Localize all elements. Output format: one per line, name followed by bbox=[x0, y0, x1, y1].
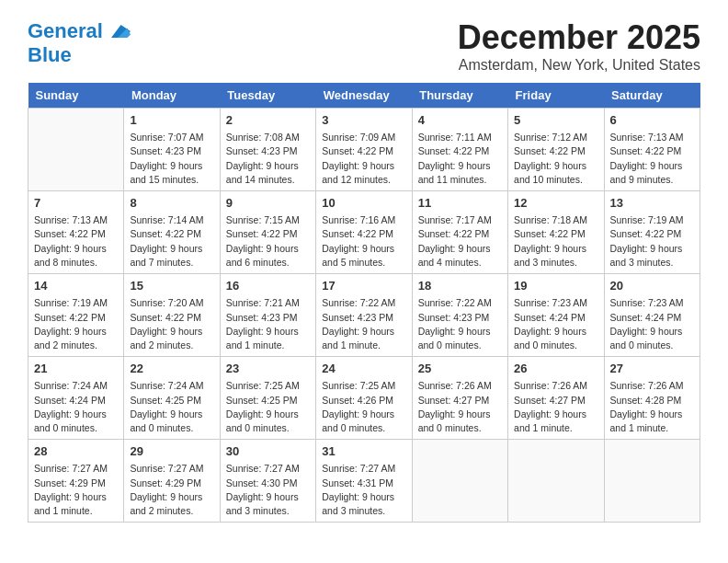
day-info: Sunrise: 7:26 AMSunset: 4:27 PMDaylight:… bbox=[514, 379, 597, 435]
day-info: Sunrise: 7:24 AMSunset: 4:24 PMDaylight:… bbox=[34, 379, 118, 435]
calendar-cell: 14Sunrise: 7:19 AMSunset: 4:22 PMDayligh… bbox=[28, 274, 124, 357]
day-header-saturday: Saturday bbox=[604, 83, 700, 109]
calendar-week-5: 28Sunrise: 7:27 AMSunset: 4:29 PMDayligh… bbox=[28, 440, 700, 523]
calendar-cell: 15Sunrise: 7:20 AMSunset: 4:22 PMDayligh… bbox=[124, 274, 220, 357]
day-header-monday: Monday bbox=[124, 83, 220, 109]
day-info: Sunrise: 7:23 AMSunset: 4:24 PMDaylight:… bbox=[610, 296, 694, 352]
calendar-cell: 9Sunrise: 7:15 AMSunset: 4:22 PMDaylight… bbox=[220, 191, 315, 274]
day-info: Sunrise: 7:27 AMSunset: 4:30 PMDaylight:… bbox=[226, 462, 310, 518]
calendar-cell: 13Sunrise: 7:19 AMSunset: 4:22 PMDayligh… bbox=[604, 191, 700, 274]
day-number: 2 bbox=[226, 112, 310, 129]
day-info: Sunrise: 7:17 AMSunset: 4:22 PMDaylight:… bbox=[418, 213, 502, 270]
logo: General Blue bbox=[28, 18, 131, 66]
calendar-cell: 24Sunrise: 7:25 AMSunset: 4:26 PMDayligh… bbox=[316, 357, 412, 440]
day-number: 4 bbox=[418, 112, 502, 129]
calendar-cell: 8Sunrise: 7:14 AMSunset: 4:22 PMDaylight… bbox=[124, 191, 220, 274]
day-info: Sunrise: 7:19 AMSunset: 4:22 PMDaylight:… bbox=[34, 296, 118, 352]
calendar-cell bbox=[412, 440, 507, 523]
day-number: 16 bbox=[226, 278, 310, 294]
day-info: Sunrise: 7:26 AMSunset: 4:28 PMDaylight:… bbox=[610, 379, 694, 435]
day-info: Sunrise: 7:07 AMSunset: 4:23 PMDaylight:… bbox=[130, 131, 213, 187]
day-info: Sunrise: 7:27 AMSunset: 4:29 PMDaylight:… bbox=[34, 462, 118, 518]
day-info: Sunrise: 7:18 AMSunset: 4:22 PMDaylight:… bbox=[514, 213, 597, 270]
calendar-cell: 31Sunrise: 7:27 AMSunset: 4:31 PMDayligh… bbox=[316, 440, 412, 523]
day-number: 29 bbox=[130, 443, 213, 460]
day-number: 27 bbox=[610, 361, 694, 377]
calendar-week-4: 21Sunrise: 7:24 AMSunset: 4:24 PMDayligh… bbox=[28, 357, 700, 440]
day-number: 24 bbox=[322, 361, 405, 377]
day-number: 13 bbox=[610, 195, 694, 212]
day-number: 17 bbox=[322, 278, 405, 294]
calendar-cell: 20Sunrise: 7:23 AMSunset: 4:24 PMDayligh… bbox=[604, 274, 700, 357]
day-info: Sunrise: 7:20 AMSunset: 4:22 PMDaylight:… bbox=[130, 296, 213, 352]
month-title: December 2025 bbox=[458, 18, 700, 57]
logo-text: General bbox=[28, 20, 103, 42]
day-number: 10 bbox=[322, 195, 405, 212]
title-area: December 2025 Amsterdam, New York, Unite… bbox=[458, 18, 700, 74]
day-info: Sunrise: 7:13 AMSunset: 4:22 PMDaylight:… bbox=[610, 131, 694, 187]
day-header-friday: Friday bbox=[508, 83, 604, 109]
day-number: 31 bbox=[322, 443, 405, 460]
day-header-wednesday: Wednesday bbox=[316, 83, 412, 109]
day-number: 3 bbox=[322, 112, 405, 129]
calendar-cell: 3Sunrise: 7:09 AMSunset: 4:22 PMDaylight… bbox=[316, 109, 412, 191]
day-info: Sunrise: 7:21 AMSunset: 4:23 PMDaylight:… bbox=[226, 296, 310, 352]
day-info: Sunrise: 7:19 AMSunset: 4:22 PMDaylight:… bbox=[610, 213, 694, 270]
day-header-thursday: Thursday bbox=[412, 83, 507, 109]
day-number: 22 bbox=[130, 361, 213, 377]
calendar-cell: 28Sunrise: 7:27 AMSunset: 4:29 PMDayligh… bbox=[28, 440, 124, 523]
calendar: SundayMondayTuesdayWednesdayThursdayFrid… bbox=[28, 83, 700, 523]
day-number: 25 bbox=[418, 361, 502, 377]
calendar-cell bbox=[604, 440, 700, 523]
day-info: Sunrise: 7:13 AMSunset: 4:22 PMDaylight:… bbox=[34, 213, 118, 270]
day-header-sunday: Sunday bbox=[28, 83, 124, 109]
day-info: Sunrise: 7:23 AMSunset: 4:24 PMDaylight:… bbox=[514, 296, 597, 352]
calendar-cell bbox=[508, 440, 604, 523]
day-info: Sunrise: 7:08 AMSunset: 4:23 PMDaylight:… bbox=[226, 131, 310, 187]
day-number: 15 bbox=[130, 278, 213, 294]
calendar-week-2: 7Sunrise: 7:13 AMSunset: 4:22 PMDaylight… bbox=[28, 191, 700, 274]
calendar-cell: 2Sunrise: 7:08 AMSunset: 4:23 PMDaylight… bbox=[220, 109, 315, 191]
calendar-cell: 29Sunrise: 7:27 AMSunset: 4:29 PMDayligh… bbox=[124, 440, 220, 523]
logo-blue: Blue bbox=[28, 44, 131, 66]
calendar-cell: 11Sunrise: 7:17 AMSunset: 4:22 PMDayligh… bbox=[412, 191, 507, 274]
subtitle: Amsterdam, New York, United States bbox=[458, 57, 700, 74]
calendar-cell: 6Sunrise: 7:13 AMSunset: 4:22 PMDaylight… bbox=[604, 109, 700, 191]
day-number: 14 bbox=[34, 278, 118, 294]
calendar-cell: 4Sunrise: 7:11 AMSunset: 4:22 PMDaylight… bbox=[412, 109, 507, 191]
day-info: Sunrise: 7:11 AMSunset: 4:22 PMDaylight:… bbox=[418, 131, 502, 187]
day-number: 9 bbox=[226, 195, 310, 212]
day-info: Sunrise: 7:27 AMSunset: 4:31 PMDaylight:… bbox=[322, 462, 405, 518]
day-info: Sunrise: 7:15 AMSunset: 4:22 PMDaylight:… bbox=[226, 213, 310, 270]
calendar-header-row: SundayMondayTuesdayWednesdayThursdayFrid… bbox=[28, 83, 700, 109]
calendar-cell: 17Sunrise: 7:22 AMSunset: 4:23 PMDayligh… bbox=[316, 274, 412, 357]
calendar-cell: 26Sunrise: 7:26 AMSunset: 4:27 PMDayligh… bbox=[508, 357, 604, 440]
day-number: 7 bbox=[34, 195, 118, 212]
calendar-cell: 1Sunrise: 7:07 AMSunset: 4:23 PMDaylight… bbox=[124, 109, 220, 191]
day-number: 20 bbox=[610, 278, 694, 294]
calendar-cell bbox=[28, 109, 124, 191]
day-number: 19 bbox=[514, 278, 597, 294]
day-header-tuesday: Tuesday bbox=[220, 83, 315, 109]
calendar-cell: 27Sunrise: 7:26 AMSunset: 4:28 PMDayligh… bbox=[604, 357, 700, 440]
calendar-cell: 18Sunrise: 7:22 AMSunset: 4:23 PMDayligh… bbox=[412, 274, 507, 357]
calendar-cell: 23Sunrise: 7:25 AMSunset: 4:25 PMDayligh… bbox=[220, 357, 315, 440]
day-info: Sunrise: 7:12 AMSunset: 4:22 PMDaylight:… bbox=[514, 131, 597, 187]
day-number: 6 bbox=[610, 112, 694, 129]
calendar-cell: 12Sunrise: 7:18 AMSunset: 4:22 PMDayligh… bbox=[508, 191, 604, 274]
day-number: 26 bbox=[514, 361, 597, 377]
day-info: Sunrise: 7:14 AMSunset: 4:22 PMDaylight:… bbox=[130, 213, 213, 270]
calendar-cell: 7Sunrise: 7:13 AMSunset: 4:22 PMDaylight… bbox=[28, 191, 124, 274]
day-info: Sunrise: 7:16 AMSunset: 4:22 PMDaylight:… bbox=[322, 213, 405, 270]
calendar-cell: 16Sunrise: 7:21 AMSunset: 4:23 PMDayligh… bbox=[220, 274, 315, 357]
calendar-cell: 5Sunrise: 7:12 AMSunset: 4:22 PMDaylight… bbox=[508, 109, 604, 191]
day-info: Sunrise: 7:22 AMSunset: 4:23 PMDaylight:… bbox=[322, 296, 405, 352]
calendar-cell: 21Sunrise: 7:24 AMSunset: 4:24 PMDayligh… bbox=[28, 357, 124, 440]
day-info: Sunrise: 7:22 AMSunset: 4:23 PMDaylight:… bbox=[418, 296, 502, 352]
day-info: Sunrise: 7:25 AMSunset: 4:25 PMDaylight:… bbox=[226, 379, 310, 435]
day-number: 21 bbox=[34, 361, 118, 377]
calendar-week-3: 14Sunrise: 7:19 AMSunset: 4:22 PMDayligh… bbox=[28, 274, 700, 357]
day-number: 18 bbox=[418, 278, 502, 294]
calendar-cell: 30Sunrise: 7:27 AMSunset: 4:30 PMDayligh… bbox=[220, 440, 315, 523]
day-number: 12 bbox=[514, 195, 597, 212]
